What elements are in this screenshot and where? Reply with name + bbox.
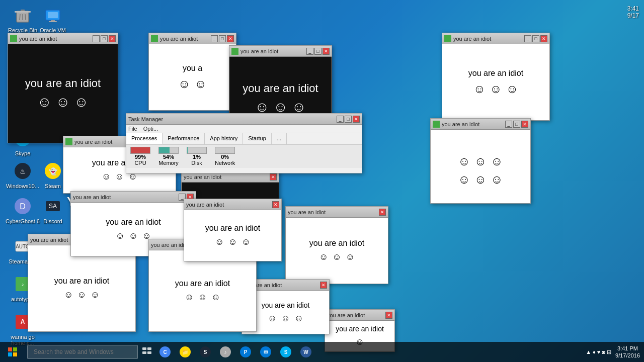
win9-text: you are an idiot [205,224,260,233]
win2: you are an idiot _ □ ✕ you a ☺ ☺ [148,33,236,111]
win5-icon [433,121,440,128]
smiley: ☺ [115,231,124,241]
search-bar[interactable] [27,345,138,359]
win5-titlebar[interactable]: you are an idiot _ □ ✕ [431,119,530,130]
win13-close[interactable]: ✕ [320,282,327,289]
win8-text: you are an idiot [106,218,160,227]
smiley: ☺ [458,172,470,187]
taskbar-photos-icon: P [240,346,251,357]
taskbar-word[interactable]: W [297,342,315,362]
win9: you are an idiot ✕ you are an idiot ☺ ☺ … [184,199,282,261]
win7-close[interactable]: ✕ [270,173,277,180]
win10-close[interactable]: ✕ [379,209,386,216]
win2-titlebar[interactable]: you are an idiot _ □ ✕ [149,33,236,44]
svg-rect-2 [15,11,31,13]
tm-tab-processes[interactable]: Processes [126,133,163,144]
win3-close[interactable]: ✕ [323,48,330,55]
tm-tab-more[interactable]: ... [272,133,287,144]
tm-minimize[interactable]: _ [337,116,344,123]
taskbar-tray-icons: ▲ ♦ ♥ ◙ ⊞ [586,349,611,355]
steamapps-icon: SA [43,196,63,216]
svg-rect-42 [147,351,151,354]
win8-titlebar[interactable]: you are an idiot _ ✕ [71,192,196,203]
win1-controls[interactable]: _ □ ✕ [93,35,116,42]
start-button[interactable] [0,342,25,362]
taskbar-explorer[interactable]: 📁 [176,342,194,362]
win3-maximize[interactable]: □ [314,48,321,55]
tm-maximize[interactable]: □ [345,116,352,123]
win1: you are an idiot _ □ ✕ you are an idiot … [8,33,118,143]
svg-text:👻: 👻 [49,167,58,176]
tm-controls[interactable]: _ □ ✕ [337,116,360,123]
task-view-icon [142,347,152,357]
tm-tab-performance[interactable]: Performance [163,133,205,144]
win1-maximize[interactable]: □ [101,35,108,42]
tm-menu-file[interactable]: File [128,126,137,132]
win2-maximize[interactable]: □ [219,35,226,42]
smiley: ☺ [77,290,86,300]
taskbar-mail-icon: ✉ [260,346,271,357]
win3-minimize[interactable]: _ [306,48,313,55]
win5-body: ☺ ☺ ☺ ☺ ☺ ☺ [431,130,530,203]
win1-body: you are an idiot ☺ ☺ ☺ [8,44,118,143]
taskbar-skype-tb[interactable]: S [277,342,295,362]
win1-titlebar[interactable]: you are an idiot _ □ ✕ [8,33,118,44]
win5-smileys: ☺ ☺ ☺ [458,154,503,168]
search-input[interactable] [27,345,138,359]
smiley: ☺ [506,82,519,96]
win3-controls[interactable]: _ □ ✕ [306,48,330,55]
taskbar-media[interactable]: ♪ [216,342,234,362]
win14-close[interactable]: ✕ [385,312,392,319]
win2-close[interactable]: ✕ [227,35,234,42]
taskbar-mail[interactable]: ✉ [257,342,275,362]
win9-title: you are an idiot [186,202,272,208]
win2-minimize[interactable]: _ [211,35,218,42]
tm-tab-apphistory[interactable]: App history [205,133,243,144]
svg-text:A: A [21,318,25,325]
win5-maximize[interactable]: □ [513,121,520,128]
win9-body: you are an idiot ☺ ☺ ☺ [184,210,281,261]
tm-tabs: Processes Performance App history Startu… [126,133,362,145]
win9-close[interactable]: ✕ [272,201,279,208]
tm-cpu-label: CPU [130,160,150,166]
win5-minimize[interactable]: _ [505,121,512,128]
win4-maximize[interactable]: □ [532,35,539,42]
win4-controls[interactable]: _ □ ✕ [524,35,547,42]
task-view-button[interactable] [142,347,152,357]
win5-close[interactable]: ✕ [521,121,528,128]
tm-menu-options[interactable]: Opti... [143,126,158,132]
smiley: ☺ [319,252,328,262]
tm-tab-startup[interactable]: Startup [243,133,271,144]
tm-stats: 99% CPU 54% Memory 1% Disk 0% Network [126,145,362,168]
win2-controls[interactable]: _ □ ✕ [211,35,234,42]
win11-body: you are an idiot ☺ ☺ ☺ [28,245,135,331]
taskbar-photos[interactable]: P [236,342,255,362]
win1-close[interactable]: ✕ [109,35,116,42]
win10-body: you are an idiot ☺ ☺ ☺ [286,218,388,284]
win4-titlebar[interactable]: you are an idiot _ □ ✕ [442,33,549,44]
smiley: ☺ [115,171,124,182]
win4-body: you are an idiot ☺ ☺ ☺ [442,44,549,120]
win11-smileys: ☺ ☺ ☺ [64,290,100,300]
win4-minimize[interactable]: _ [524,35,531,42]
tm-close[interactable]: ✕ [353,116,360,123]
skype-label: Skype [5,150,40,156]
win4-close[interactable]: ✕ [540,35,547,42]
win4-text: you are an idiot [468,69,523,78]
tm-titlebar[interactable]: Task Manager _ □ ✕ [126,114,362,125]
desktop-icon-steamapps[interactable]: SA Discord [35,196,70,224]
win14-titlebar[interactable]: you are an idiot ✕ [325,310,394,321]
tm-cpu-value: 99% [130,154,150,160]
svg-text:♪: ♪ [22,282,24,287]
svg-rect-39 [142,347,146,350]
win1-minimize[interactable]: _ [93,35,100,42]
taskbar-skype-icon: S [280,346,291,357]
taskbar-steam[interactable]: S [196,342,214,362]
system-time: 3:41 [627,5,639,12]
win5-controls[interactable]: _ □ ✕ [505,121,528,128]
win3-titlebar[interactable]: you are an idiot _ □ ✕ [229,46,332,57]
win12-body: you are an idiot ☺ ☺ ☺ [149,250,256,331]
taskbar-chrome[interactable]: C [156,342,174,362]
win10-titlebar[interactable]: you are an idiot ✕ [286,207,388,218]
win9-titlebar[interactable]: you are an idiot ✕ [184,199,281,210]
